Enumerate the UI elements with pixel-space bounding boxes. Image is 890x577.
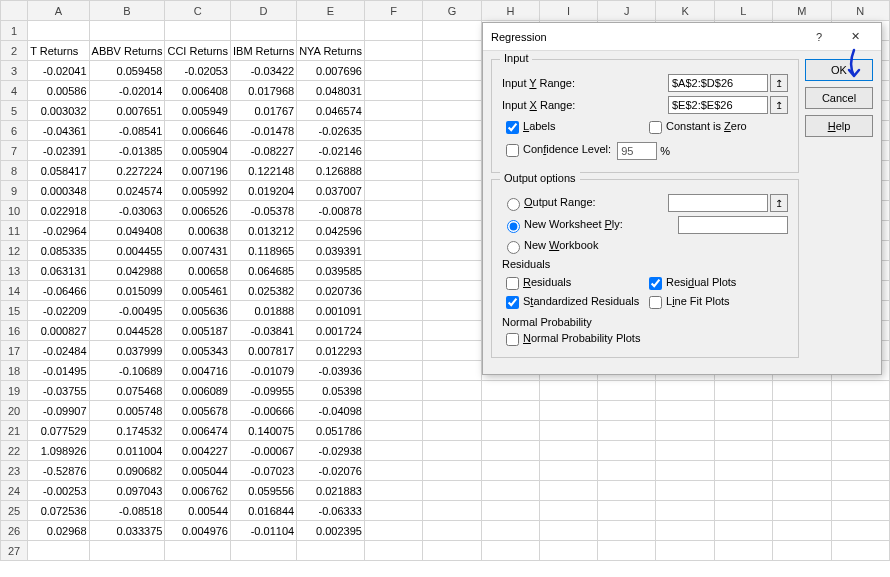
cell[interactable] (297, 541, 365, 561)
col-header[interactable]: I (540, 1, 598, 21)
cell[interactable]: 0.007431 (165, 241, 231, 261)
row-header[interactable]: 8 (1, 161, 28, 181)
cell[interactable]: -0.04098 (297, 401, 365, 421)
cell[interactable]: 0.002395 (297, 521, 365, 541)
cell[interactable]: 0.090682 (89, 461, 165, 481)
cell[interactable]: -0.02041 (28, 61, 89, 81)
cell[interactable]: 0.024574 (89, 181, 165, 201)
cell[interactable] (364, 441, 422, 461)
cell[interactable] (598, 401, 656, 421)
cell[interactable]: 0.007817 (231, 341, 297, 361)
cell[interactable] (423, 141, 481, 161)
row-header[interactable]: 9 (1, 181, 28, 201)
row-header[interactable]: 20 (1, 401, 28, 421)
cell[interactable] (656, 401, 714, 421)
cell[interactable]: 0.02968 (28, 521, 89, 541)
cell[interactable] (598, 541, 656, 561)
cell[interactable] (540, 501, 598, 521)
cell[interactable]: 0.005992 (165, 181, 231, 201)
col-header[interactable]: B (89, 1, 165, 21)
cell[interactable]: 0.006646 (165, 121, 231, 141)
cell[interactable] (481, 501, 539, 521)
row-header[interactable]: 6 (1, 121, 28, 141)
labels-checkbox[interactable]: Labels (502, 120, 555, 132)
cell[interactable] (773, 401, 832, 421)
cell[interactable]: 0.05398 (297, 381, 365, 401)
cell[interactable] (540, 441, 598, 461)
cell[interactable]: -0.02964 (28, 221, 89, 241)
help-button[interactable]: Help (805, 115, 873, 137)
row-header[interactable]: 7 (1, 141, 28, 161)
cell[interactable]: -0.09955 (231, 381, 297, 401)
ok-button[interactable]: OK (805, 59, 873, 81)
cell[interactable]: -0.02014 (89, 81, 165, 101)
cell[interactable]: 0.005904 (165, 141, 231, 161)
cell[interactable]: 0.140075 (231, 421, 297, 441)
cell[interactable]: -0.02053 (165, 61, 231, 81)
dialog-help-button[interactable]: ? (801, 25, 837, 49)
cell[interactable]: -0.01478 (231, 121, 297, 141)
cell[interactable]: 0.013212 (231, 221, 297, 241)
cell[interactable] (364, 521, 422, 541)
row-header[interactable]: 22 (1, 441, 28, 461)
cell[interactable]: 0.001091 (297, 301, 365, 321)
cell[interactable]: -0.01079 (231, 361, 297, 381)
row-header[interactable]: 5 (1, 101, 28, 121)
cell[interactable]: -0.02076 (297, 461, 365, 481)
cell[interactable]: -0.02484 (28, 341, 89, 361)
cell[interactable] (423, 241, 481, 261)
cell[interactable]: -0.00495 (89, 301, 165, 321)
cell[interactable]: 0.058417 (28, 161, 89, 181)
cell[interactable]: 0.01767 (231, 101, 297, 121)
cell[interactable] (423, 441, 481, 461)
cell[interactable] (364, 361, 422, 381)
cell[interactable] (656, 501, 714, 521)
cell[interactable]: 0.037999 (89, 341, 165, 361)
row-header[interactable]: 17 (1, 341, 28, 361)
cell[interactable] (364, 321, 422, 341)
cell[interactable] (831, 461, 890, 481)
cell[interactable] (165, 21, 231, 41)
cell[interactable] (364, 281, 422, 301)
cell[interactable] (423, 101, 481, 121)
cell[interactable] (656, 461, 714, 481)
cell[interactable]: 0.005949 (165, 101, 231, 121)
cell[interactable]: 0.049408 (89, 221, 165, 241)
col-header[interactable]: J (598, 1, 656, 21)
cell[interactable]: 0.033375 (89, 521, 165, 541)
cell[interactable] (831, 381, 890, 401)
cell[interactable]: -0.07023 (231, 461, 297, 481)
cell[interactable]: -0.01104 (231, 521, 297, 541)
cell[interactable] (364, 541, 422, 561)
cell[interactable]: 0.00544 (165, 501, 231, 521)
cell[interactable] (364, 141, 422, 161)
cell[interactable]: 0.007696 (297, 61, 365, 81)
cell[interactable]: 0.006762 (165, 481, 231, 501)
cell[interactable] (423, 421, 481, 441)
cell[interactable]: -0.08541 (89, 121, 165, 141)
cell[interactable] (423, 201, 481, 221)
row-header[interactable]: 2 (1, 41, 28, 61)
cell[interactable]: -0.00878 (297, 201, 365, 221)
cell[interactable] (540, 461, 598, 481)
cell[interactable] (364, 221, 422, 241)
dialog-titlebar[interactable]: Regression ? ✕ (483, 23, 881, 51)
cell[interactable] (423, 321, 481, 341)
cell[interactable] (364, 101, 422, 121)
cell[interactable] (598, 461, 656, 481)
constant-zero-checkbox[interactable]: Constant is Zero (645, 120, 747, 132)
cell[interactable] (364, 121, 422, 141)
col-header[interactable]: N (831, 1, 890, 21)
cell[interactable] (773, 421, 832, 441)
cell[interactable] (364, 61, 422, 81)
cell[interactable]: -0.03422 (231, 61, 297, 81)
cell[interactable] (831, 401, 890, 421)
cell[interactable] (28, 21, 89, 41)
col-header[interactable]: F (364, 1, 422, 21)
output-range-radio[interactable]: Output Range: (502, 195, 668, 211)
cell[interactable]: 0.039585 (297, 261, 365, 281)
cell[interactable] (481, 441, 539, 461)
cell[interactable] (598, 381, 656, 401)
cell[interactable] (297, 21, 365, 41)
row-header[interactable]: 10 (1, 201, 28, 221)
